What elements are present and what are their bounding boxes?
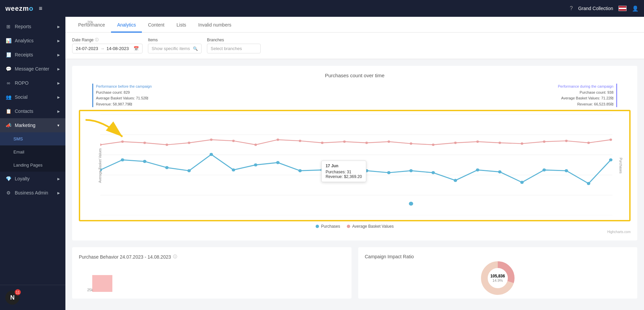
basket-dot (476, 141, 479, 143)
branches-filter-group: Branches Select branches (207, 38, 261, 53)
main-layout: ⊞ Reports ▶ 📊 Analytics ▶ 🧾 Receipts ▶ 💬… (0, 17, 644, 310)
purchase-dot (276, 161, 279, 164)
annotation-right: Performance during the campaign Purchase… (558, 84, 617, 107)
purchase-dot (542, 169, 546, 172)
logo: weezmo (5, 5, 34, 12)
sidebar-item-analytics[interactable]: 📊 Analytics ▶ (0, 34, 65, 48)
sidebar-item-message-center[interactable]: 💬 Message Center ▶ (0, 62, 65, 76)
basket-dot (343, 141, 346, 143)
content-area: Performance Analytics Content Lists Inva… (65, 17, 644, 310)
sidebar-item-contacts[interactable]: 📋 Contacts ▶ (0, 104, 65, 118)
basket-dot (321, 142, 324, 144)
items-filter-group: Items Show specific items 🔍 (148, 38, 202, 53)
loyalty-arrow: ▶ (57, 177, 60, 181)
sidebar-item-label: Contacts (15, 108, 33, 114)
campaign-impact-title: Campaign Impact Ratio (365, 254, 631, 259)
purchase-behavior-title: Purchase Behavior 24.07.2023 - 14.08.202… (79, 254, 345, 260)
purchase-dot (254, 164, 257, 167)
topbar-right: ? Grand Collection 👤 (570, 5, 639, 12)
annotation-left-revenue: Revenue: 58,987.79₪ (96, 101, 152, 107)
basket-dot (232, 140, 235, 142)
chart-legend: Purchases Average Basket Values (79, 224, 631, 229)
basket-dot (277, 139, 279, 141)
hamburger-icon[interactable]: ≡ (39, 5, 43, 12)
purchase-dot (210, 153, 213, 156)
purchase-behavior-chart: Purchase Behavior 24.07.2023 - 14.08.202… (72, 247, 352, 299)
purchase-dot (431, 171, 435, 174)
bottom-charts: Purchase Behavior 24.07.2023 - 14.08.202… (72, 247, 637, 299)
branches-label: Branches (207, 38, 261, 42)
social-icon: 👥 (5, 94, 11, 100)
branches-input[interactable]: Select branches (207, 44, 261, 53)
annotation-right-purchases: Purchase count: 938 (558, 90, 613, 96)
purchase-dot (498, 171, 501, 174)
user-avatar-icon[interactable]: 👤 (632, 5, 639, 12)
tab-analytics[interactable]: Analytics (111, 17, 142, 33)
annotation-left-purchases: Purchase count: 829 (96, 90, 152, 96)
ropo-arrow: ▶ (57, 81, 60, 85)
legend-purchases-dot (316, 225, 319, 228)
purchase-dot (454, 179, 457, 182)
basket-dot (299, 140, 302, 142)
marketing-submenu: SMS Email Landing Pages (0, 132, 65, 172)
annotation-left-basket: Average Basket Values: 71.52₪ (96, 95, 152, 101)
sidebar-item-label: Business Admin (15, 190, 48, 195)
sidebar-item-ropo[interactable]: ∞ ROPO ▶ (0, 76, 65, 90)
sidebar-item-email[interactable]: Email (0, 145, 65, 159)
business-admin-icon: ⚙ (5, 190, 11, 196)
date-range-group: Date Range ⓘ 24-07-2023 → 14-08-2023 📅 (72, 37, 143, 53)
sidebar-item-loyalty[interactable]: 💎 Loyalty ▶ (0, 172, 65, 186)
receipts-arrow: ▶ (57, 53, 60, 57)
basket-dot (144, 142, 146, 144)
legend-basket-dot (347, 225, 350, 228)
date-range-input[interactable]: 24-07-2023 → 14-08-2023 📅 (72, 44, 143, 53)
tab-invalid-numbers[interactable]: Invalid numbers (192, 17, 237, 33)
analytics-icon: 📊 (5, 38, 11, 44)
basket-dot (454, 142, 457, 144)
flag-icon (619, 6, 627, 11)
marketing-icon: 📣 (5, 122, 11, 128)
sidebar-item-reports[interactable]: ⊞ Reports ▶ (0, 19, 65, 34)
purchase-behavior-info-icon: ⓘ (173, 254, 177, 260)
date-range-label: Date Range ⓘ (72, 37, 143, 42)
items-label: Items (148, 38, 202, 42)
sidebar-item-sms[interactable]: SMS (0, 132, 65, 145)
email-label: Email (13, 149, 24, 154)
calendar-icon: 📅 (133, 46, 139, 51)
basket-dot (410, 142, 413, 145)
date-end: 14-08-2023 (107, 46, 129, 51)
basket-dot (387, 141, 390, 143)
topbar-left: weezmo ≡ (5, 5, 42, 12)
sidebar-item-landing-pages[interactable]: Landing Pages (0, 159, 65, 172)
help-icon[interactable]: ? (570, 5, 573, 11)
tab-performance[interactable]: Performance (72, 17, 111, 33)
sidebar-item-business-admin[interactable]: ⚙ Business Admin ▶ (0, 186, 65, 200)
analytics-arrow: ▶ (57, 39, 60, 43)
basket-dot (254, 144, 257, 146)
tooltip-revenue: Revenue: $2,369.20 (326, 174, 362, 179)
basket-dot (587, 142, 590, 144)
y-axis-left-label: Average Basket Values (98, 148, 102, 183)
sidebar-item-marketing[interactable]: 📣 Marketing ▼ (0, 118, 65, 132)
sidebar-item-receipts[interactable]: 🧾 Receipts ▶ (0, 48, 65, 62)
chart-inner: Average Basket Values Purchases (80, 111, 629, 220)
items-input[interactable]: Show specific items 🔍 (148, 44, 202, 53)
date-range-info-icon: ⓘ (95, 37, 99, 42)
annotation-right-basket: Average Basket Values: 71.22₪ (558, 95, 613, 101)
ropo-icon: ∞ (5, 80, 11, 86)
tab-content[interactable]: Content (142, 17, 170, 33)
purchase-dot (520, 181, 524, 184)
annotation-left: Performance before the campaign Purchase… (92, 84, 152, 107)
purchase-behavior-bars: 25k 20k (79, 265, 345, 292)
purchase-dot (387, 171, 390, 174)
sidebar-item-label: Loyalty (15, 176, 30, 181)
purchase-dot (587, 182, 590, 185)
sms-label: SMS (13, 136, 23, 141)
arrow-annotation (75, 117, 143, 151)
sidebar-bottom: N 11 (0, 285, 65, 310)
sidebar-item-social[interactable]: 👥 Social ▶ (0, 90, 65, 104)
chart-tooltip: 17 Jun Purchases: 31 Revenue: $2,369.20 (321, 161, 366, 182)
tabs-bar: Performance Analytics Content Lists Inva… (65, 17, 644, 33)
tab-lists[interactable]: Lists (170, 17, 192, 33)
purchase-dot (121, 159, 124, 162)
